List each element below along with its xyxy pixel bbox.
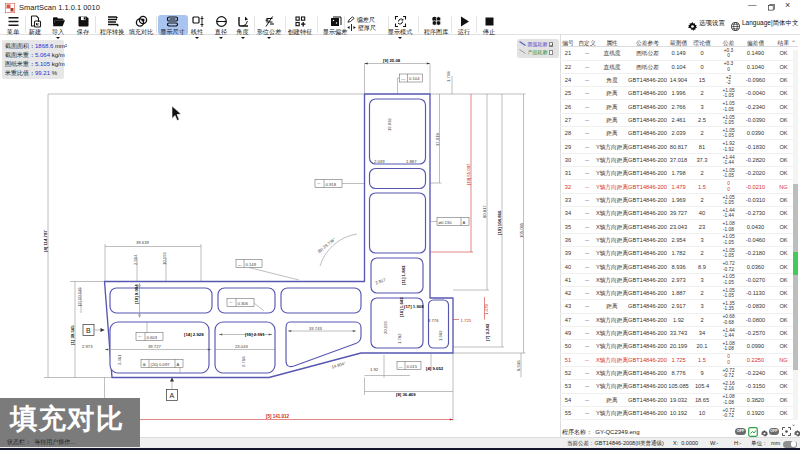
svg-text:A: A [170, 392, 175, 399]
svg-text:[11] 1.843: [11] 1.843 [401, 265, 406, 285]
svg-text:[2] 10.146: [2] 10.146 [77, 287, 82, 306]
svg-text:[17] 1.908: [17] 1.908 [404, 304, 424, 309]
svg-text:0.918: 0.918 [326, 182, 337, 187]
svg-text:105.085: 105.085 [519, 222, 524, 238]
svg-text:80.817: 80.817 [482, 205, 487, 218]
svg-text:1.887: 1.887 [406, 159, 417, 164]
svg-text:23.043: 23.043 [235, 344, 248, 349]
svg-text:2.973: 2.973 [82, 344, 93, 349]
svg-text:(20) 0.097: (20) 0.097 [151, 362, 171, 367]
svg-text:A: A [463, 220, 466, 225]
svg-text:0.104: 0.104 [409, 76, 420, 81]
svg-text:0.015: 0.015 [407, 364, 418, 369]
svg-text:2.954: 2.954 [133, 254, 138, 265]
svg-text:⌒: ⌒ [138, 335, 142, 340]
svg-text:[14] 2.928: [14] 2.928 [184, 332, 204, 337]
svg-text:[4] 9.052: [4] 9.052 [426, 366, 444, 371]
svg-text:19.032: 19.032 [387, 118, 392, 131]
svg-text:1.969: 1.969 [438, 330, 443, 341]
svg-text:39.639: 39.639 [136, 240, 149, 245]
svg-text:[8] 36.469: [8] 36.469 [396, 392, 416, 397]
svg-text:[15] 2.191: [15] 2.191 [245, 332, 265, 337]
svg-text:[1] 39.565: [1] 39.565 [70, 325, 75, 345]
svg-text:[19] 65.097: [19] 65.097 [466, 163, 471, 185]
svg-text:0.149: 0.149 [246, 262, 257, 267]
svg-text:[9] 25.08: [9] 25.08 [383, 58, 401, 63]
svg-text:[5] 141.012: [5] 141.012 [266, 414, 290, 419]
svg-text:1.782: 1.782 [397, 333, 402, 344]
svg-text:⊕: ⊕ [143, 362, 147, 367]
svg-text:10.192: 10.192 [162, 252, 167, 265]
svg-text:8.776: 8.776 [428, 318, 439, 323]
svg-text:A: A [177, 362, 180, 367]
svg-text:2.039: 2.039 [374, 159, 385, 164]
svg-text:1.798: 1.798 [446, 71, 451, 82]
svg-text:⌒: ⌒ [317, 182, 321, 187]
svg-text:B: B [86, 327, 91, 334]
svg-text:⌒: ⌒ [229, 301, 233, 306]
svg-text:14.904°: 14.904° [331, 361, 347, 370]
svg-text:⌀0.130: ⌀0.130 [439, 220, 453, 225]
svg-text:0.306: 0.306 [238, 301, 249, 306]
svg-text:[19] 104.866: [19] 104.866 [497, 210, 502, 235]
svg-text:33.743: 33.743 [309, 326, 322, 331]
svg-text:1.92: 1.92 [370, 367, 379, 372]
svg-text:[16] 1.643: [16] 1.643 [399, 297, 404, 317]
svg-text:[18] 9.004: [18] 9.004 [134, 284, 139, 304]
svg-text:39.727: 39.727 [148, 344, 161, 349]
svg-text:2.461: 2.461 [117, 354, 122, 365]
svg-text:37.018: 37.018 [435, 133, 440, 146]
svg-text:20.199: 20.199 [383, 321, 388, 334]
svg-text:1.479: 1.479 [484, 304, 489, 315]
svg-text:1.725: 1.725 [461, 318, 472, 323]
svg-text:[4] 114.797: [4] 114.797 [43, 230, 48, 252]
svg-text:8.936: 8.936 [516, 360, 521, 371]
svg-text:2.766: 2.766 [241, 356, 246, 367]
svg-text:[7] 3.243: [7] 3.243 [485, 323, 490, 341]
svg-text:0.603: 0.603 [147, 335, 158, 340]
